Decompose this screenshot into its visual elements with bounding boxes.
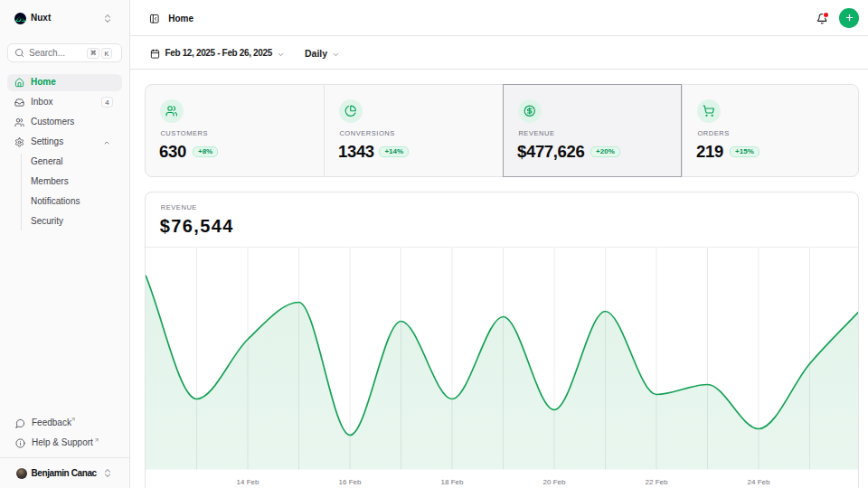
svg-text:20 Feb: 20 Feb	[542, 478, 565, 486]
svg-text:24 Feb: 24 Feb	[747, 478, 769, 486]
svg-text:18 Feb: 18 Feb	[440, 478, 463, 486]
svg-text:14 Feb: 14 Feb	[236, 478, 259, 486]
svg-text:22 Feb: 22 Feb	[645, 478, 667, 486]
svg-text:16 Feb: 16 Feb	[338, 478, 361, 486]
